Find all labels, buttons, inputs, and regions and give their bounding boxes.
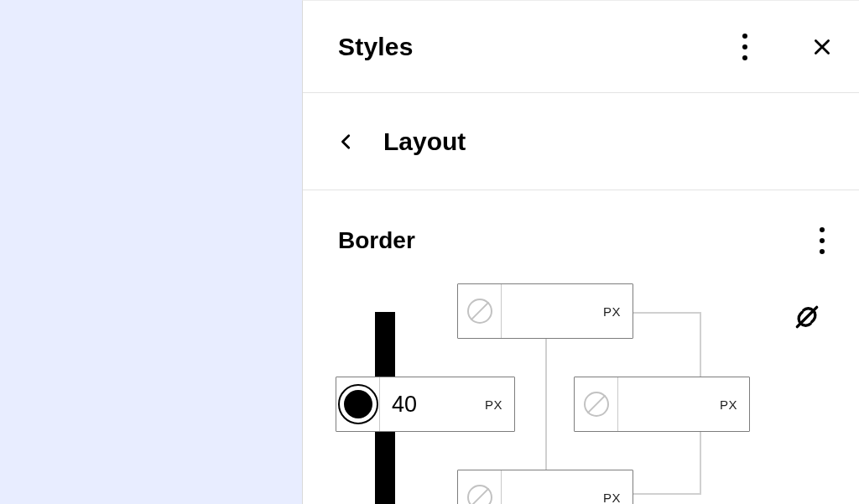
no-color-icon — [584, 392, 609, 417]
no-color-icon — [467, 299, 492, 324]
no-color-icon — [467, 485, 492, 504]
swatch-focus-ring-icon — [338, 384, 378, 424]
chevron-left-icon — [337, 130, 356, 153]
border-right-input[interactable] — [630, 392, 708, 418]
border-left-unit[interactable]: PX — [485, 377, 514, 431]
panel-header: Styles — [303, 1, 859, 93]
close-icon — [811, 36, 833, 58]
border-right-unit[interactable]: PX — [720, 377, 749, 431]
border-left-value[interactable] — [380, 377, 485, 431]
border-top-color-swatch[interactable] — [458, 284, 502, 338]
border-link-toggle[interactable] — [789, 299, 825, 335]
panel-header-actions — [728, 30, 839, 64]
border-bottom-color-swatch[interactable] — [458, 470, 502, 504]
panel-more-button[interactable] — [728, 30, 762, 64]
border-bottom-value[interactable] — [502, 470, 603, 504]
panel-close-button[interactable] — [805, 30, 839, 64]
back-button[interactable] — [330, 125, 363, 158]
diagram-wire — [545, 312, 547, 495]
unlink-icon — [790, 300, 824, 334]
more-vertical-icon — [820, 227, 825, 254]
editor-canvas[interactable] — [0, 0, 302, 504]
more-vertical-icon — [742, 34, 747, 60]
border-left-input[interactable] — [392, 392, 473, 418]
border-left-color-swatch[interactable] — [336, 377, 380, 431]
section-more-button[interactable] — [805, 224, 839, 257]
section-title: Border — [338, 227, 415, 254]
border-right-value[interactable] — [618, 377, 720, 431]
border-bottom-input[interactable] — [513, 485, 591, 505]
subsection-title: Layout — [383, 127, 466, 156]
border-bottom-unit[interactable]: PX — [603, 470, 633, 504]
border-right-control: PX — [574, 377, 750, 432]
border-top-input[interactable] — [513, 299, 591, 325]
border-bottom-control: PX — [457, 470, 633, 504]
panel-title: Styles — [338, 33, 414, 61]
border-top-value[interactable] — [502, 284, 603, 338]
border-top-unit[interactable]: PX — [603, 284, 633, 338]
color-swatch-icon — [344, 390, 372, 418]
border-left-control: PX — [336, 377, 515, 432]
border-top-control: PX — [457, 283, 633, 339]
section-header: Border — [303, 190, 859, 273]
panel-subheader: Layout — [303, 93, 859, 190]
border-right-color-swatch[interactable] — [575, 377, 618, 431]
